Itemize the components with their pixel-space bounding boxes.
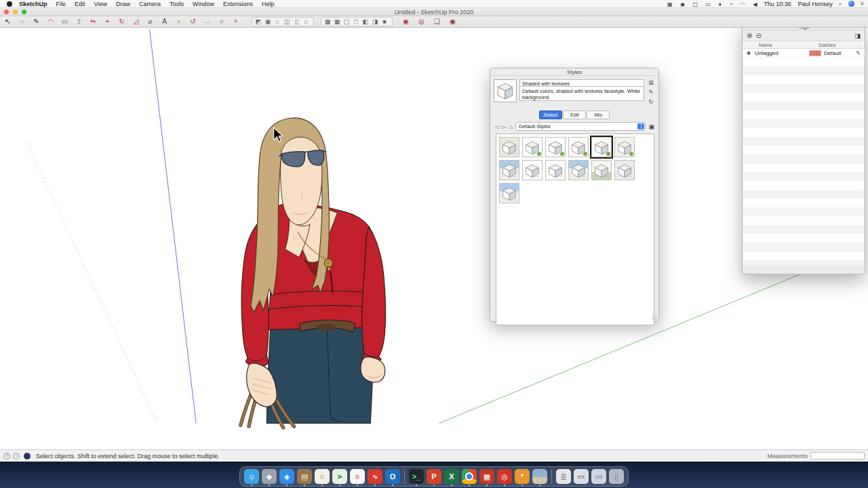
menubar-user[interactable]: Paul Hensey [798, 1, 833, 7]
menu-edit[interactable]: Edit [75, 1, 85, 7]
tags-column-name[interactable]: Name [747, 42, 818, 48]
style-tool-icon[interactable]: ◨ [371, 17, 379, 26]
styles-panel-side-icon[interactable]: ✎ [648, 89, 654, 96]
style-tool-icon[interactable]: ▢ [342, 17, 351, 26]
toolbar-tool-icon[interactable]: × [231, 17, 241, 26]
dock-app-icon[interactable]: ▦ [479, 469, 494, 484]
style-thumbnail[interactable] [568, 160, 589, 180]
style-thumbnail[interactable] [545, 137, 566, 157]
dock-item-icon[interactable]: ▭ [574, 469, 589, 484]
add-tag-button[interactable]: ⊕ [747, 32, 752, 39]
spotlight-icon[interactable]: ⌕ [839, 1, 842, 7]
dock-app-icon[interactable]: ◈ [279, 469, 294, 484]
style-thumbnail[interactable] [499, 160, 519, 180]
dock-app-icon[interactable]: O [385, 469, 400, 484]
tag-dash-style[interactable]: Default [824, 50, 856, 56]
measurements-input[interactable] [810, 452, 865, 460]
styles-tab[interactable]: Select [539, 110, 563, 119]
toolbar-tool-icon[interactable]: ◖ [174, 17, 184, 26]
style-name-field[interactable]: Shaded with textures [519, 79, 644, 87]
styles-back-icon[interactable]: ◅ [494, 123, 499, 130]
view-tool-icon[interactable]: ◫ [283, 17, 291, 26]
menubar-status-icon[interactable]: ▢ [693, 1, 698, 7]
view-tool-icon[interactable]: ⌂ [302, 17, 310, 26]
info-icon[interactable]: i [13, 453, 20, 460]
warehouse-tool-icon[interactable]: ❏ [432, 17, 442, 26]
toolbar-tool-icon[interactable]: ↺ [188, 17, 198, 26]
dock-item-icon[interactable]: ▭ [591, 469, 606, 484]
warehouse-tool-icon[interactable]: ◉ [448, 17, 458, 26]
panel-resize-grip[interactable] [652, 314, 657, 320]
dock-app-icon[interactable]: ◎ [497, 469, 512, 484]
warehouse-tool-icon[interactable]: ◉ [401, 17, 411, 26]
menubar-status-icon[interactable]: ◉ [680, 1, 685, 7]
tags-column-dashes[interactable]: Dashes [818, 42, 857, 48]
siri-icon[interactable] [848, 1, 854, 7]
style-thumbnail[interactable] [568, 137, 589, 157]
tag-edit-pencil-icon[interactable]: ✎ [856, 50, 861, 56]
style-tool-icon[interactable]: ▦ [333, 17, 341, 26]
toolbar-tool-icon[interactable]: ↻ [117, 17, 127, 26]
toolbar-tool-icon[interactable]: ✎ [31, 17, 41, 26]
toolbar-tool-icon[interactable]: ↬ [88, 17, 98, 26]
toolbar-tool-icon[interactable]: ◿ [131, 17, 141, 26]
dock-item-icon[interactable]: ▯ [609, 469, 624, 484]
style-thumbnail[interactable] [614, 160, 635, 180]
dock-app-icon[interactable]: ☺ [244, 469, 259, 484]
style-thumbnail[interactable] [499, 137, 519, 157]
styles-tab[interactable]: Edit [563, 110, 586, 119]
dock-app-icon[interactable] [532, 469, 547, 484]
styles-home-icon[interactable]: ⌂ [509, 123, 513, 130]
menu-view[interactable]: View [94, 1, 107, 7]
dock-app-icon[interactable]: >_ [409, 469, 424, 484]
dock-item-icon[interactable]: ≣ [556, 469, 571, 484]
style-thumbnail[interactable] [522, 160, 542, 180]
toolbar-tool-icon[interactable]: ▭ [60, 17, 70, 26]
dock-app-icon[interactable]: P [427, 469, 441, 484]
styles-detail-icon[interactable]: ▣ [648, 123, 654, 130]
menubar-clock[interactable]: Thu 10:36 [764, 1, 791, 7]
menubar-status-icon[interactable]: ◠ [741, 1, 745, 7]
toolbar-tool-icon[interactable]: ◠ [45, 17, 56, 26]
view-tool-icon[interactable]: ◩ [254, 17, 262, 26]
menu-camera[interactable]: Camera [139, 1, 161, 7]
notification-center-icon[interactable]: ≡ [861, 1, 864, 7]
menu-file[interactable]: File [56, 1, 66, 7]
styles-collection-dropdown[interactable]: Default Styles ▲▼ [515, 122, 646, 131]
toolbar-tool-icon[interactable]: ↖ [3, 17, 13, 26]
tag-row-untagged[interactable]: ◉ Untagged Default ✎ [743, 49, 865, 58]
tag-color-swatch[interactable] [809, 50, 821, 56]
menubar-status-icon[interactable]: ▭ [706, 1, 711, 7]
remove-tag-button[interactable]: ⊖ [755, 32, 761, 39]
toolbar-tool-icon[interactable]: ↔ [202, 17, 212, 26]
menu-tools[interactable]: Tools [170, 1, 184, 7]
menu-extensions[interactable]: Extensions [223, 1, 253, 7]
tags-detail-icon[interactable]: ◨ [854, 33, 861, 39]
style-thumbnail[interactable] [545, 160, 566, 180]
dock-app-icon[interactable]: X [444, 469, 459, 484]
styles-forward-icon[interactable]: ▻ [502, 123, 507, 130]
view-tool-icon[interactable]: ▯ [292, 17, 300, 26]
geolocation-icon[interactable] [24, 453, 31, 460]
help-icon[interactable]: ? [3, 453, 10, 460]
dock-app-icon[interactable]: ≡ [315, 469, 330, 484]
styles-panel-side-icon[interactable]: ⊞ [648, 79, 654, 86]
style-tool-icon[interactable]: ▩ [323, 17, 332, 26]
styles-tab[interactable]: Mix [587, 110, 610, 119]
person-figure[interactable] [241, 118, 386, 428]
dock-app-icon[interactable]: ◆ [262, 469, 277, 484]
toolbar-tool-icon[interactable]: ⌀ [145, 17, 155, 26]
menu-window[interactable]: Window [193, 1, 214, 7]
tag-name[interactable]: Untagged [755, 50, 809, 56]
menubar-status-icon[interactable]: ◔ [729, 1, 732, 7]
dock-app-icon[interactable]: ∿ [368, 469, 382, 484]
dock-app-icon[interactable]: * [515, 469, 530, 484]
tag-visibility-eye-icon[interactable]: ◉ [747, 50, 755, 56]
style-thumbnail[interactable] [499, 183, 519, 203]
toolbar-tool-icon[interactable]: + [102, 17, 113, 26]
toolbar-tool-icon[interactable]: ▱ [17, 17, 27, 26]
dropdown-stepper-icon[interactable]: ▲▼ [637, 123, 644, 129]
dock-app-icon[interactable]: ▤ [297, 469, 312, 484]
menu-help[interactable]: Help [262, 1, 275, 7]
style-thumbnail[interactable] [614, 137, 635, 157]
